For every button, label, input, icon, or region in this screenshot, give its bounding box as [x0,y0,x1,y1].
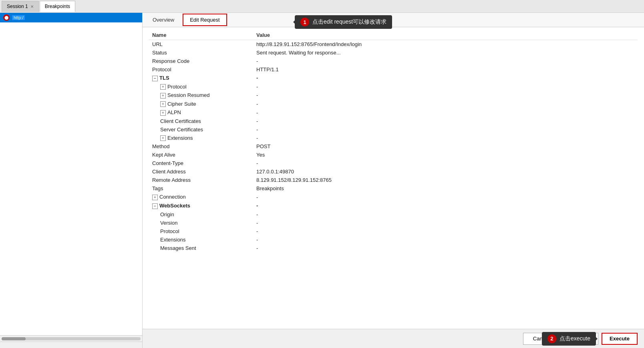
prop-label-session_resumed: Session Resumed [167,92,210,98]
prop-value-client_certs: - [253,117,638,125]
prop-value-client_address: 127.0.0.1:49870 [253,167,638,176]
properties-table-area[interactable]: Name Value URLhttp://8.129.91.152:8765/F… [143,27,644,329]
tab-edit-request-label: Edit Request [190,17,219,23]
prop-label-connection: Connection [159,194,186,200]
prop-name-kept_alive: Kept Alive [149,151,253,159]
tab-edit-request[interactable]: Edit Request [183,14,227,26]
table-row: +ALPN- [149,108,638,117]
content-panel: Overview Edit Request 1 点击edit request可以… [143,13,644,348]
prop-label-server_certs: Server Certificates [160,127,203,133]
sidebar-url-text: http:/ [12,15,25,20]
prop-label-cipher_suite: Cipher Suite [167,101,196,107]
scrollbar-thumb [2,337,26,340]
prop-value-content_type: - [253,159,638,167]
table-row: Version- [149,219,638,227]
prop-value-ws_version: - [253,219,638,227]
prop-label-url: URL [152,41,163,47]
table-row: Client Address127.0.0.1:49870 [149,167,638,176]
table-row: Server Certificates- [149,125,638,134]
table-row: Remote Address8.129.91.152/8.129.91.152:… [149,176,638,184]
prop-label-ws_protocol: Protocol [160,228,179,234]
tab-overview-label: Overview [153,17,174,23]
prop-name-client_address: Client Address [149,167,253,176]
tree-toggle-plus-cipher_suite[interactable]: + [160,101,166,107]
prop-value-tags: Breakpoints [253,184,638,193]
prop-value-cipher_suite: - [253,100,638,109]
prop-value-url: http://8.129.91.152:8765/Frontend/Index/… [253,40,638,49]
prop-name-tls_protocol: +Protocol [149,82,253,91]
prop-label-response_code: Response Code [152,58,189,64]
sidebar: ⬤ http:/ [0,13,143,348]
prop-label-kept_alive: Kept Alive [152,152,175,158]
prop-label-client_address: Client Address [152,169,186,175]
main-layout: ⬤ http:/ Overview Edit Request 1 [0,13,644,348]
tab-session1-close[interactable]: ✕ [30,4,34,9]
properties-table: Name Value URLhttp://8.129.91.152:8765/F… [149,30,638,252]
table-row: ProtocolHTTP/1.1 [149,65,638,74]
sidebar-scrollbar-horizontal[interactable] [0,335,142,342]
prop-label-ws_extensions: Extensions [160,237,186,243]
table-row: Client Certificates- [149,117,638,125]
prop-name-ws_origin: Origin [149,210,253,219]
execute-button[interactable]: Execute [602,333,638,345]
scrollbar-track [2,337,141,340]
prop-value-ws_origin: - [253,210,638,219]
prop-value-connection: - [253,193,638,201]
table-row: +Extensions- [149,134,638,143]
prop-label-tls: TLS [159,75,169,81]
prop-name-content_type: Content-Type [149,159,253,167]
prop-label-status: Status [152,50,167,56]
prop-value-alpn: - [253,108,638,117]
tab-session1-label: Session 1 [7,4,28,9]
tooltip-edit-request: 1 点击edit request可以修改请求 [295,15,392,29]
table-row: −WebSockets- [149,201,638,210]
sidebar-scroll[interactable]: ⬤ http:/ [0,13,142,335]
prop-value-server_certs: - [253,125,638,134]
prop-value-session_resumed: - [253,91,638,100]
prop-label-websockets: WebSockets [159,203,190,209]
tree-toggle-plus-extensions[interactable]: + [160,135,166,141]
prop-value-remote_address: 8.129.91.152/8.129.91.152:8765 [253,176,638,184]
prop-label-ws_messages_sent: Messages Sent [160,245,196,251]
table-row: Response Code- [149,57,638,65]
prop-name-ws_extensions: Extensions [149,235,253,244]
prop-name-tags: Tags [149,184,253,193]
table-row: +Protocol- [149,82,638,91]
prop-value-websockets: - [253,201,638,210]
content-tabs-bar: Overview Edit Request 1 点击edit request可以… [143,13,644,27]
prop-name-client_certs: Client Certificates [149,117,253,125]
col-value-header: Value [253,30,638,40]
tree-toggle-minus-websockets[interactable]: − [152,203,158,209]
prop-name-ws_protocol: Protocol [149,227,253,235]
table-row: Extensions- [149,235,638,244]
prop-name-remote_address: Remote Address [149,176,253,184]
tooltip-number-2: 2 [547,334,556,343]
table-row: +Session Resumed- [149,91,638,100]
tab-session1[interactable]: Session 1 ✕ [2,1,39,12]
prop-name-ws_version: Version [149,219,253,227]
tab-overview[interactable]: Overview [146,14,181,26]
table-row: URLhttp://8.129.91.152:8765/Frontend/Ind… [149,40,638,49]
prop-label-content_type: Content-Type [152,160,183,166]
sidebar-scrollbar-vertical-area [0,342,142,348]
tree-toggle-minus-tls[interactable]: − [152,76,158,81]
tab-breakpoints[interactable]: Breakpoints [40,1,75,12]
tree-toggle-plus-session_resumed[interactable]: + [160,93,166,99]
prop-label-protocol: Protocol [152,66,171,72]
prop-name-status: Status [149,48,253,57]
tree-toggle-plus-connection[interactable]: + [152,195,158,200]
tree-toggle-plus-alpn[interactable]: + [160,110,166,116]
sidebar-item-url[interactable]: ⬤ http:/ [0,13,142,22]
prop-value-tls_protocol: - [253,82,638,91]
prop-name-extensions: +Extensions [149,134,253,143]
table-row: Messages Sent- [149,244,638,252]
prop-name-response_code: Response Code [149,57,253,65]
tooltip-number-1: 1 [300,18,309,26]
table-row: TagsBreakpoints [149,184,638,193]
tooltip-text-2: 点击execute [559,335,590,342]
action-bar: 2 点击execute Cancel Abort Execute [143,329,644,348]
table-row: StatusSent request. Waiting for response… [149,48,638,57]
tree-toggle-plus-tls_protocol[interactable]: + [160,84,166,90]
table-row: Content-Type- [149,159,638,167]
prop-label-tls_protocol: Protocol [167,84,187,90]
